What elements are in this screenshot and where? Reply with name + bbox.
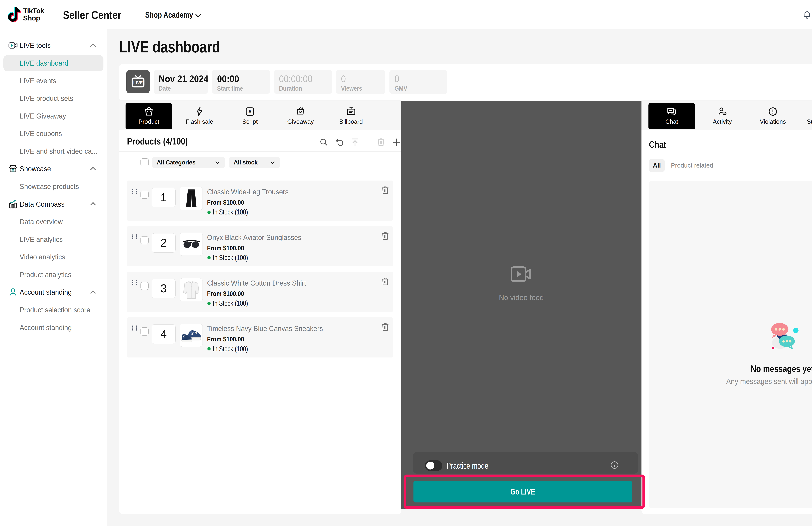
svg-text:LIVE: LIVE (133, 81, 143, 85)
svg-text:A: A (248, 109, 252, 114)
